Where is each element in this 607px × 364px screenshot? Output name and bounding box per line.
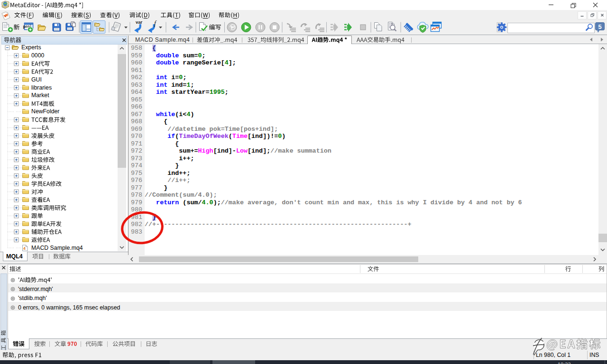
svg-text:4: 4 bbox=[23, 246, 26, 251]
svg-text:f: f bbox=[154, 20, 157, 27]
svg-text:var: var bbox=[136, 20, 143, 25]
svg-text:5: 5 bbox=[598, 23, 601, 30]
